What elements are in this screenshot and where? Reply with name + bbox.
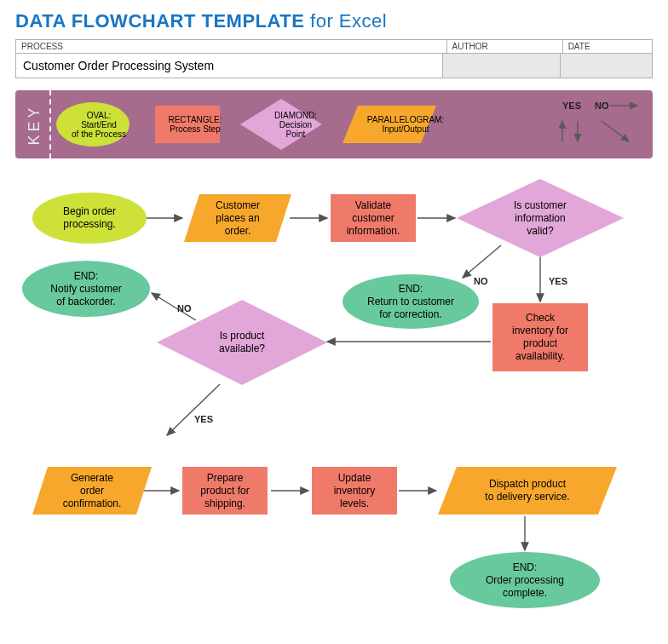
arrow-diag-icon [602,121,629,141]
author-value[interactable] [443,54,561,78]
title-suffix: for Excel [310,10,387,32]
header-date: DATE [563,40,652,53]
page-title: DATA FLOWCHART TEMPLATE for Excel [15,10,653,32]
process-name[interactable]: Customer Order Processing System [16,54,443,78]
svg-line-11 [167,384,220,435]
node-check-inv: Check inventory for product availability… [492,303,588,371]
label-yes-2: YES [194,414,213,424]
key-label: KEY [19,90,51,158]
process-row: Customer Order Processing System [15,54,653,78]
node-is-valid-text: Is customer information valid? [457,179,624,257]
key-no-label: NO [595,101,609,111]
node-end-return-text: END: Return to customer for correction. [343,274,479,329]
flowchart-canvas: Begin order processing. Customer places … [15,167,653,627]
label-yes-1: YES [549,276,567,286]
key-yes-label: YES [562,101,581,111]
node-gen-conf-text: Generate order confirmation. [32,467,152,515]
header-row: PROCESS AUTHOR DATE [15,39,653,54]
node-customer-order-text: Customer places an order. [184,194,291,242]
key-diamond-label: DIAMOND: Decision Point [257,111,334,139]
key-arrows: YES NO [510,97,646,152]
node-end-complete-text: END: Order processing complete. [450,552,600,608]
node-update-inv: Update inventory levels. [312,467,397,515]
date-value[interactable] [561,54,652,78]
node-begin-text: Begin order processing. [32,193,147,244]
key-band: KEY OVAL: Start/End of the Process RECTA… [15,90,653,158]
key-oval-label: OVAL: Start/End of the Process [65,111,133,139]
header-author: AUTHOR [447,40,563,53]
node-prepare: Prepare product for shipping. [182,467,268,515]
title-main: DATA FLOWCHART TEMPLATE [15,10,304,32]
label-no-2: NO [177,303,192,313]
node-dispatch-text: Dispatch product to delivery service. [438,467,617,515]
node-validate: Validate customer information. [331,194,416,242]
node-end-backorder-text: END: Notify customer of backorder. [22,261,150,317]
key-rect-label: RECTANGLE: Process Step [165,115,225,134]
key-para-label: PARALLELOGRAM: Input/Output [363,115,448,134]
header-process: PROCESS [16,40,447,53]
